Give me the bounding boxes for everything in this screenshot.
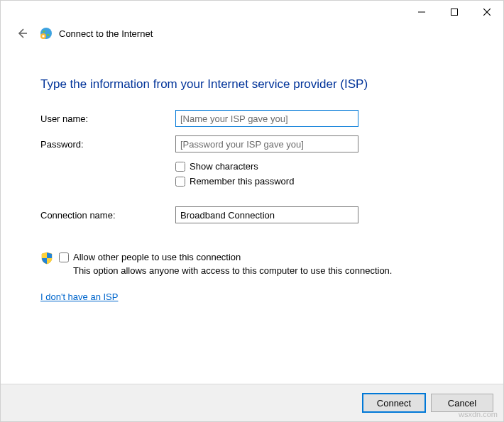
password-input[interactable] xyxy=(175,135,358,152)
connect-button[interactable]: Connect xyxy=(363,394,425,412)
wizard-title-text: Connect to the Internet xyxy=(59,28,153,39)
wizard-title-group: Connect to the Internet xyxy=(39,26,153,40)
password-row: Password: xyxy=(40,135,464,152)
close-button[interactable] xyxy=(471,1,503,23)
remember-password-label: Remember this password xyxy=(190,176,294,187)
wizard-window: Connect to the Internet Type the informa… xyxy=(0,0,504,422)
shield-icon xyxy=(40,252,53,265)
remember-password-row: Remember this password xyxy=(175,176,464,187)
globe-icon xyxy=(39,26,53,40)
show-characters-checkbox[interactable] xyxy=(175,162,185,172)
svg-rect-1 xyxy=(451,9,458,16)
show-characters-row: Show characters xyxy=(175,161,464,172)
allow-others-checkbox[interactable] xyxy=(59,252,69,262)
wizard-header: Connect to the Internet xyxy=(1,23,503,48)
username-input[interactable] xyxy=(175,110,358,127)
remember-password-checkbox[interactable] xyxy=(175,177,185,187)
password-label: Password: xyxy=(40,139,175,150)
svg-line-3 xyxy=(483,9,491,16)
instruction-heading: Type the information from your Internet … xyxy=(40,77,464,91)
watermark-text: wsxdn.com xyxy=(459,410,498,418)
no-isp-link[interactable]: I don't have an ISP xyxy=(40,291,118,302)
back-arrow-icon[interactable] xyxy=(13,25,31,42)
connection-name-input[interactable] xyxy=(175,206,358,223)
svg-rect-7 xyxy=(43,35,45,38)
connection-name-row: Connection name: xyxy=(40,206,464,223)
allow-others-block: Allow other people to use this connectio… xyxy=(40,252,464,276)
username-row: User name: xyxy=(40,110,464,127)
allow-others-description: This option allows anyone with access to… xyxy=(73,265,392,276)
minimize-button[interactable] xyxy=(405,1,438,23)
connection-name-label: Connection name: xyxy=(40,210,175,221)
maximize-button[interactable] xyxy=(438,1,471,23)
username-label: User name: xyxy=(40,113,175,124)
allow-others-label: Allow other people to use this connectio… xyxy=(73,252,241,262)
wizard-footer: Connect Cancel xyxy=(1,384,503,421)
titlebar xyxy=(1,1,503,23)
wizard-body: Type the information from your Internet … xyxy=(1,48,503,384)
allow-others-text: Allow other people to use this connectio… xyxy=(59,252,392,276)
svg-line-2 xyxy=(483,9,491,16)
show-characters-label: Show characters xyxy=(190,161,258,172)
